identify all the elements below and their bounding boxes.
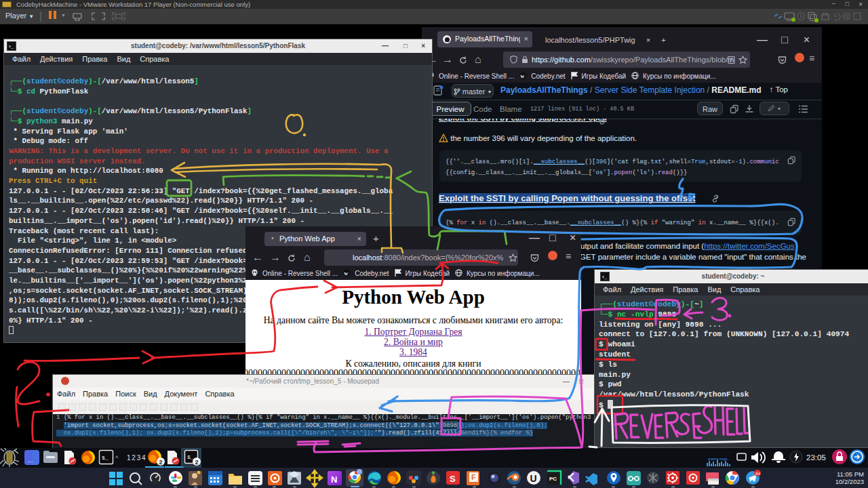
svg-text:U: U — [530, 473, 537, 484]
svg-text:F: F — [471, 473, 476, 481]
svg-text:2: 2 — [195, 459, 199, 466]
svg-text:PC: PC — [549, 476, 557, 482]
svg-text:N: N — [331, 474, 337, 485]
svg-text:w: w — [521, 73, 525, 79]
svg-text:$_: $_ — [102, 455, 108, 461]
svg-text:^: ^ — [115, 455, 119, 462]
svg-text:.64: .64 — [755, 472, 761, 476]
svg-text:w: w — [344, 270, 349, 277]
svg-text:S: S — [450, 474, 456, 484]
svg-text:...: ... — [28, 457, 33, 464]
svg-text:auwima noojiv...: auwima noojiv... — [708, 458, 730, 461]
svg-text:23:05: 23:05 — [806, 453, 826, 462]
svg-text:1234: 1234 — [127, 454, 146, 462]
svg-text:$_: $_ — [187, 454, 194, 460]
svg-text:2: 2 — [159, 459, 163, 466]
